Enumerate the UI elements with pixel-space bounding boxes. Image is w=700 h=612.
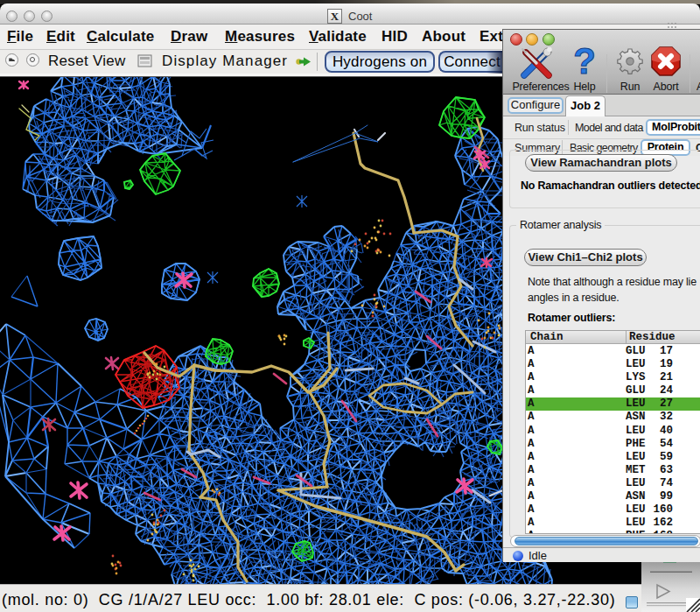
svg-text:?: ?: [573, 42, 596, 81]
